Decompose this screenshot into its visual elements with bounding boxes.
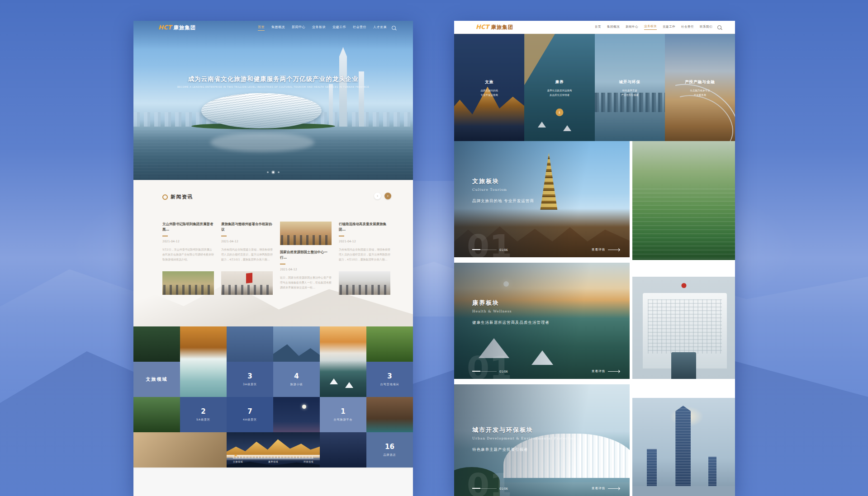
tent-shape [345, 382, 353, 388]
slider-tab-culture-tourism[interactable]: 文旅领域 [233, 460, 243, 463]
nav-item-social-responsibility[interactable]: 社会责任 [353, 25, 366, 30]
right-page-header: HCT 康旅集团 首页 集团概况 新闻中心 业务板块 党建工作 社会责任 联系我… [454, 21, 735, 34]
panel-subtitle-line: 康养生活新居所运营商 [524, 88, 594, 93]
panel-shade [595, 33, 665, 141]
carousel-dots [133, 171, 413, 173]
view-details-label[interactable]: 查看详情 [592, 248, 605, 252]
section-watermark-number: 01 [467, 227, 512, 257]
section-tagline: 品牌文旅目的地 专业开发运营商 [472, 198, 534, 204]
view-details-label[interactable]: 查看详情 [592, 369, 605, 373]
news-card[interactable]: 文山州委书记陈明到集团所属普者黑… 2021-04-12 5月2日，文山州委书记… [162, 222, 214, 299]
panel-title: 产投产融与金融 [665, 80, 735, 85]
section-tagline: 特色康养主题产业投资引领者 [472, 447, 576, 453]
nav-item-news-center[interactable]: 新闻中心 [626, 25, 638, 30]
nav-item-business-segments[interactable]: 业务板块 [312, 25, 326, 30]
slider-track[interactable] [233, 456, 313, 458]
panel-shade [665, 33, 735, 141]
culture-tourism-mosaic: 文旅领域 3 3A级景区 4 旅游小镇 3 自驾营地项目 2 5A级景区 7 4… [133, 326, 413, 468]
nav-item-party-building[interactable]: 党建工作 [663, 25, 675, 30]
logo[interactable]: HCT 康旅集团 [476, 24, 513, 31]
stat-value: 3 [247, 372, 252, 380]
hero-panel-urban-environment[interactable]: 城开与环保 特色康养主题 产业培育引领者 [595, 33, 665, 141]
panel-title: 文旅 [454, 80, 524, 85]
news-card-title[interactable]: 国家自然资源部国土整治中心一行… [280, 250, 332, 260]
view-details-link[interactable]: 查看详情 [592, 248, 620, 252]
hero-panel-health-wellness[interactable]: 康养 康养生活新居所运营商 及品质生活管理者 [524, 33, 594, 141]
carousel-dot[interactable] [267, 171, 269, 173]
building-entrance [671, 352, 696, 379]
news-photo [280, 222, 332, 245]
search-icon[interactable] [392, 26, 396, 30]
nav-item-business-segments[interactable]: 业务板块 [644, 24, 657, 30]
panel-subtitle-line: 专业开发运营商 [454, 93, 524, 97]
progress-counter: 01/06 [499, 248, 508, 252]
news-card[interactable]: 国家自然资源部国土整治中心一行… 2021-04-12 近日，国家自然资源部国土… [280, 222, 332, 299]
right-arrow-icon [608, 371, 620, 372]
news-card-title[interactable]: 康旅集团与楚雄州签署合作框架协议 [221, 222, 273, 232]
news-card-date: 2021-04-12 [339, 240, 390, 243]
nav-item-talent[interactable]: 人才发展 [373, 25, 387, 30]
carousel-dot[interactable] [278, 171, 280, 173]
segments-hero-panels: 文旅 品牌文旅目的地 专业开发运营商 康养 康养生活新居所运营商 及品质生活管理… [454, 33, 735, 141]
slide-progress: 01/06 [472, 370, 508, 373]
news-card-date: 2021-04-12 [162, 240, 214, 243]
panel-subtitle-line: 生态魅力城乡专业 [665, 88, 735, 93]
slider-caret-icon[interactable] [234, 453, 237, 456]
slider-tab-health-wellness[interactable]: 康养领域 [268, 460, 278, 463]
search-icon[interactable] [717, 25, 721, 29]
carousel-dot-active[interactable] [272, 171, 274, 173]
section-main-photo[interactable]: 01 文旅板块 Culture Tourism 品牌文旅目的地 专业开发运营商 … [454, 141, 630, 257]
panel-subtitle: 生态魅力城乡专业 开发服务商 [665, 88, 735, 98]
news-card-title[interactable]: 文山州委书记陈明到集团所属普者黑… [162, 222, 214, 232]
news-card[interactable]: 行稳致远推动高质量发展康旅集团… 2021-04-12 为夯实现代企业制度建立基… [339, 222, 390, 299]
section-health-wellness: 01 康养板块 Health & Wellness 健康生活新居所运营商及品质生… [454, 263, 735, 379]
presentation-canvas: 成为云南省文化旅游和健康服务两个万亿级产业的龙头企业 BECOME A LEAD… [0, 0, 868, 496]
panel-title: 城开与环保 [595, 80, 665, 85]
nav-item-contact-us[interactable]: 联系我们 [700, 25, 712, 30]
next-arrow-button[interactable] [384, 193, 391, 199]
nav-item-group-overview[interactable]: 集团概况 [271, 25, 285, 30]
nav-item-social-responsibility[interactable]: 社会责任 [681, 25, 694, 30]
nav-item-party-building[interactable]: 党建工作 [332, 25, 346, 30]
scroll-down-icon[interactable] [555, 109, 563, 116]
hero-panel-culture-tourism[interactable]: 文旅 品牌文旅目的地 专业开发运营商 [454, 33, 524, 141]
view-details-label[interactable]: 查看详情 [592, 487, 605, 491]
nav-item-home[interactable]: 首页 [258, 25, 265, 31]
gold-divider [221, 236, 227, 236]
news-card-excerpt: 为夯实现代企业制度建立基础，增强各级管理人员的合规经营意识，提升法律风险防控能力… [221, 247, 273, 267]
nav-item-news-center[interactable]: 新闻中心 [292, 25, 305, 30]
section-text-block: 康养板块 Health & Wellness 健康生活新居所运营商及品质生活管理… [472, 299, 550, 326]
slider-tab-environment[interactable]: 环保领域 [304, 460, 313, 463]
building-logo-mark [681, 283, 686, 288]
news-section-title: 新闻资讯 [171, 194, 193, 200]
section-bottom-bar: 01/06 查看详情 [472, 487, 620, 491]
stat-label: 自驾营地项目 [380, 383, 399, 387]
stat-tile-4a-scenic: 7 4A级景区 [227, 397, 273, 432]
stat-value: 4 [294, 372, 299, 380]
hero-subtitle: BECOME A LEADING ENTERPRISE IN TWO TRILL… [142, 85, 404, 88]
section-main-photo[interactable]: 01 城市开发与环保板块 Urban Development & Environ… [454, 384, 630, 496]
stat-tile-5a-scenic: 2 5A级景区 [180, 397, 227, 432]
view-details-link[interactable]: 查看详情 [592, 487, 620, 491]
nav-item-group-overview[interactable]: 集团概况 [607, 25, 620, 30]
section-side-photo[interactable] [632, 398, 735, 496]
stat-label: 3A级景区 [243, 383, 257, 387]
resort-photo-tile [366, 397, 413, 432]
section-side-photo[interactable] [632, 141, 735, 260]
slide-progress: 01/06 [472, 248, 508, 252]
section-main-photo[interactable]: 01 康养板块 Health & Wellness 健康生活新居所运营商及品质生… [454, 263, 630, 379]
prev-arrow-button[interactable] [374, 193, 381, 199]
section-side-photo[interactable] [632, 277, 735, 379]
stat-tile-3a-scenic: 3 3A级景区 [227, 362, 273, 397]
desert-photo-tile [133, 432, 227, 468]
hero-panel-investment-finance[interactable]: 产投产融与金融 生态魅力城乡专业 开发服务商 [665, 33, 735, 141]
logo[interactable]: HCT 康旅集团 [158, 24, 196, 31]
view-details-link[interactable]: 查看详情 [592, 369, 620, 373]
nav-item-home[interactable]: 首页 [595, 25, 601, 30]
logo-company-name: 康旅集团 [173, 24, 196, 31]
mountain-photo-tile [227, 326, 273, 362]
gold-divider [280, 264, 285, 265]
news-card[interactable]: 康旅集团与楚雄州签署合作框架协议 2021-04-12 为夯实现代企业制度建立基… [221, 222, 273, 299]
oval-building-image [201, 93, 322, 128]
news-card-title[interactable]: 行稳致远推动高质量发展康旅集团… [339, 222, 390, 232]
